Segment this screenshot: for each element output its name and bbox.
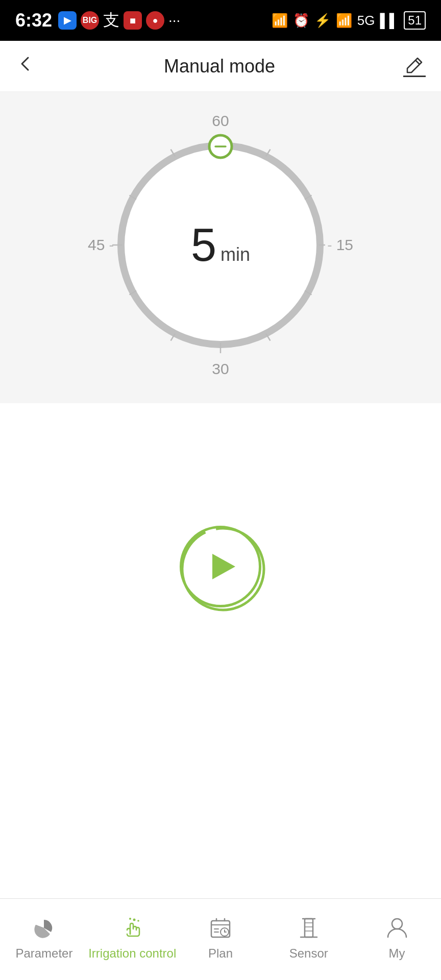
status-right-icons: 📶 ⏰ ⚡ 📶 5G ▌▌ 51 — [272, 11, 426, 30]
nav-item-sensor[interactable]: Sensor — [264, 914, 353, 961]
svg-point-35 — [392, 919, 402, 929]
parameter-icon — [30, 914, 58, 942]
my-icon — [383, 914, 411, 942]
dial-unit: min — [220, 244, 250, 265]
edit-button[interactable] — [403, 55, 426, 77]
nfc-icon: 📶 — [272, 13, 288, 29]
signal-icon: 5G — [357, 13, 375, 29]
dial-container[interactable]: 60 30 45 - - 15 — [88, 112, 353, 378]
irrigation-label: Irrigation control — [88, 946, 176, 961]
shortcut-app-icon: ▶ — [58, 11, 77, 30]
nav-item-my[interactable]: My — [353, 914, 441, 961]
status-time: 6:32 — [15, 10, 52, 31]
play-button-container — [180, 526, 261, 607]
plan-label: Plan — [208, 946, 233, 961]
main-content — [0, 403, 441, 730]
dial-label-60: 60 — [212, 112, 229, 130]
wifi-icon: 📶 — [336, 13, 352, 29]
top-nav: Manual mode — [0, 41, 441, 92]
bottom-nav-spacer — [0, 730, 441, 812]
battery-icon: 51 — [404, 11, 426, 30]
svg-point-15 — [180, 526, 266, 612]
app-icons: ▶ BIG 支 ■ ● ··· — [58, 9, 180, 32]
nav-item-parameter[interactable]: Parameter — [0, 914, 88, 961]
signal-bars: ▌▌ — [380, 13, 399, 29]
bluetooth-icon: ⚡ — [314, 13, 331, 29]
page-title: Manual mode — [164, 56, 275, 77]
more-icon: ··· — [168, 12, 180, 29]
my-label: My — [389, 946, 405, 961]
plan-icon — [206, 914, 235, 942]
dial-value: 5 — [191, 222, 216, 268]
play-button[interactable] — [180, 526, 261, 607]
status-bar: 6:32 ▶ BIG 支 ■ ● ··· 📶 ⏰ ⚡ 📶 5G ▌▌ 51 — [0, 0, 441, 41]
app-icon-3: ■ — [124, 11, 142, 30]
sensor-label: Sensor — [289, 946, 328, 961]
back-button[interactable] — [15, 54, 36, 79]
svg-point-18 — [129, 918, 131, 920]
svg-point-17 — [133, 918, 136, 921]
edit-underline-line — [403, 76, 426, 77]
irrigation-icon — [118, 914, 146, 942]
app-icon-4: ● — [146, 11, 164, 30]
svg-rect-29 — [305, 919, 313, 937]
timer-section: 60 30 45 - - 15 — [0, 92, 441, 403]
nav-item-plan[interactable]: Plan — [177, 914, 265, 961]
parameter-label: Parameter — [15, 946, 72, 961]
sensor-icon — [295, 914, 323, 942]
dial-label-30: 30 — [212, 360, 229, 378]
alarm-icon: ⏰ — [293, 13, 309, 29]
dial-center-display: 5 min — [191, 222, 250, 268]
alipay-icon: 支 — [103, 9, 119, 32]
nav-item-irrigation[interactable]: Irrigation control — [88, 914, 177, 961]
app-icon-2: BIG — [81, 11, 99, 30]
svg-point-19 — [137, 920, 139, 922]
bottom-nav: Parameter Irrigation control — [0, 898, 441, 980]
